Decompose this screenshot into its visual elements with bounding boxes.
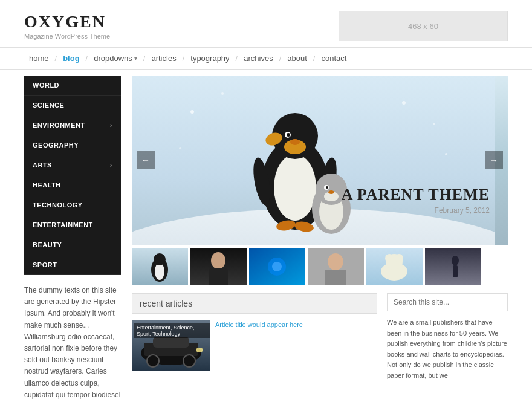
nav-sep: / [85, 54, 89, 63]
nav-item-about[interactable]: about [282, 48, 312, 69]
nav-sep: / [312, 54, 317, 63]
svg-point-23 [402, 101, 406, 105]
svg-point-21 [190, 110, 194, 114]
thumbnail-6[interactable] [425, 248, 481, 285]
nav-item-blog[interactable]: blog [58, 48, 84, 69]
svg-rect-39 [325, 270, 346, 285]
hero-image [132, 76, 508, 245]
header: OXYGEN Magazine WordPress Theme 468 x 60 [0, 0, 532, 47]
thumbnail-2[interactable] [190, 248, 247, 285]
sidebar-menu: WORLD SCIENCE ENVIRONMENT › GEOGRAPHY AR… [24, 76, 121, 275]
sidebar-item-geography[interactable]: GEOGRAPHY [24, 135, 121, 155]
svg-point-54 [196, 348, 203, 352]
svg-rect-51 [153, 337, 189, 348]
article-image-bg: Entertainment, Science, Sport, Technolog… [132, 320, 210, 371]
thumbnail-strip [132, 248, 508, 285]
sidebar-label: BEAUTY [33, 241, 62, 248]
svg-point-6 [290, 139, 300, 145]
dropdown-arrow-icon: ▾ [134, 55, 137, 62]
nav-item-contact[interactable]: contact [316, 48, 351, 69]
sidebar-item-world[interactable]: WORLD [24, 76, 121, 96]
svg-point-52 [147, 355, 159, 367]
svg-point-29 [155, 263, 164, 280]
sidebar-description: The dummy texts on this site are generat… [24, 285, 121, 399]
svg-point-26 [445, 153, 447, 155]
nav-item-dropdowns[interactable]: dropdowns ▾ [89, 48, 142, 69]
nav-item-articles[interactable]: articles [146, 48, 181, 69]
svg-point-38 [328, 253, 343, 270]
recent-articles-title: recent articles [132, 293, 377, 314]
svg-point-3 [274, 154, 316, 221]
below-hero-section: recent articles [132, 293, 508, 381]
sidebar-item-technology[interactable]: TECHNOLOGY [24, 195, 121, 215]
hero-slider: A PARENT THEME February 5, 2012 ← → [132, 76, 508, 245]
article-preview: Entertainment, Science, Sport, Technolog… [132, 320, 377, 371]
hero-date: February 5, 2012 [342, 206, 490, 215]
article-tags: Entertainment, Science, Sport, Technolog… [134, 323, 210, 338]
svg-point-32 [211, 252, 225, 269]
svg-point-22 [221, 92, 224, 95]
hero-caption: A PARENT THEME February 5, 2012 [342, 186, 490, 215]
thumb-silhouette-img [425, 248, 481, 285]
chevron-right-icon: › [110, 122, 112, 129]
nav-item-archives[interactable]: archives [239, 48, 277, 69]
sidebar-label: HEALTH [33, 181, 61, 189]
svg-point-44 [395, 254, 403, 262]
svg-point-43 [385, 254, 394, 262]
thumbnail-5[interactable] [366, 248, 423, 285]
sidebar-label: ENVIRONMENT [33, 122, 85, 129]
site-logo[interactable]: OXYGEN [24, 12, 110, 31]
ad-banner: 468 x 60 [339, 11, 508, 41]
svg-point-25 [179, 147, 181, 149]
svg-point-53 [183, 355, 195, 367]
svg-rect-47 [453, 265, 458, 277]
sidebar-label: SPORT [33, 261, 57, 268]
svg-point-30 [154, 253, 166, 265]
article-body-text: Article title would appear here [215, 320, 303, 371]
hero-title: A PARENT THEME [342, 186, 490, 204]
main-nav: home / blog / dropdowns ▾ / articles / t… [0, 47, 532, 70]
chevron-right-icon: › [110, 161, 112, 169]
sidebar-item-entertainment[interactable]: ENTERTAINMENT [24, 215, 121, 235]
ad-size-label: 468 x 60 [408, 22, 438, 31]
svg-point-46 [452, 256, 459, 265]
sidebar-item-health[interactable]: HEALTH [24, 175, 121, 195]
thumbnail-3[interactable] [249, 248, 305, 285]
thumb-portrait-img [308, 248, 364, 285]
nav-item-typography[interactable]: typography [186, 48, 234, 69]
thumb-polar-bear-img [366, 248, 423, 285]
nav-sep: / [235, 54, 239, 63]
hero-next-button[interactable]: → [485, 151, 503, 169]
svg-point-8 [287, 133, 290, 137]
svg-point-18 [328, 190, 334, 194]
thumb-water-img [249, 248, 305, 285]
logo-area: OXYGEN Magazine WordPress Theme [24, 12, 110, 40]
article-image: Entertainment, Science, Sport, Technolog… [132, 320, 210, 371]
sidebar-item-beauty[interactable]: BEAUTY [24, 235, 121, 255]
nav-sep: / [278, 54, 283, 63]
hero-background-svg [132, 76, 495, 245]
nav-sep: / [54, 54, 59, 63]
thumbnail-4[interactable] [308, 248, 364, 285]
thumb-penguin-img [132, 248, 188, 285]
sidebar-item-environment[interactable]: ENVIRONMENT › [24, 115, 121, 135]
sidebar-right: We are a small publishers that have been… [387, 293, 508, 381]
thumb-woman-dark-img [190, 248, 247, 285]
thumbnail-1[interactable] [132, 248, 188, 285]
sidebar-label: ARTS [33, 161, 52, 169]
hero-prev-button[interactable]: ← [137, 151, 155, 169]
site-tagline: Magazine WordPress Theme [24, 33, 110, 40]
sidebar-label: ENTERTAINMENT [33, 221, 93, 229]
sidebar-item-science[interactable]: SCIENCE [24, 96, 121, 115]
svg-rect-33 [209, 268, 228, 285]
sidebar-item-sport[interactable]: SPORT [24, 255, 121, 275]
main-layout: WORLD SCIENCE ENVIRONMENT › GEOGRAPHY AR… [0, 70, 532, 399]
sidebar-label: TECHNOLOGY [33, 201, 83, 209]
sidebar-item-arts[interactable]: ARTS › [24, 155, 121, 175]
svg-point-24 [433, 123, 435, 125]
nav-item-home[interactable]: home [24, 48, 54, 69]
sidebar-label: WORLD [33, 82, 59, 89]
sidebar: WORLD SCIENCE ENVIRONMENT › GEOGRAPHY AR… [24, 76, 121, 399]
search-input[interactable] [387, 293, 508, 311]
content-area: A PARENT THEME February 5, 2012 ← → [132, 76, 508, 399]
